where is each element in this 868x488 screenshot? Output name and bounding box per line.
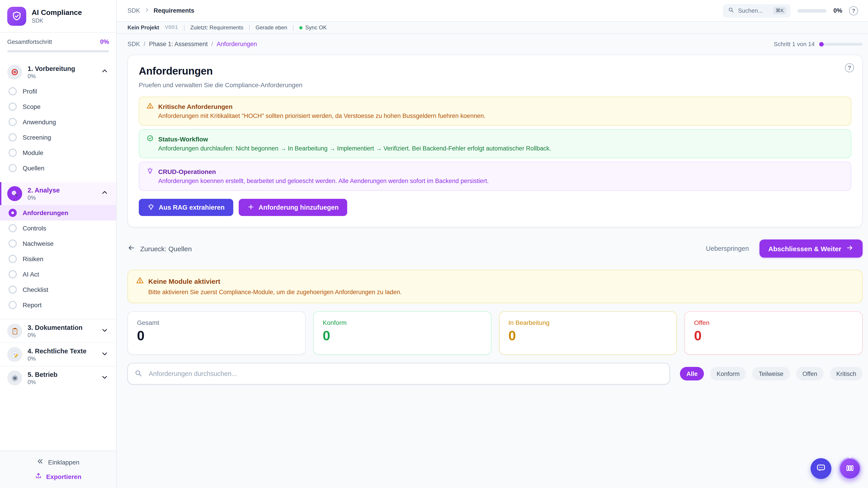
check-circle-icon bbox=[147, 135, 154, 143]
sidebar-section-rechtliche-texte[interactable]: 4. Rechtliche Texte 0% bbox=[0, 343, 116, 366]
card-help-icon[interactable]: ? bbox=[845, 63, 854, 72]
sidebar-item-label: Scope bbox=[23, 103, 40, 110]
chevron-down-icon bbox=[101, 350, 108, 359]
step-circle bbox=[8, 224, 17, 232]
collapse-sidebar-button[interactable]: Einklappen bbox=[37, 458, 80, 466]
stat-card-gesamt: Gesamt 0 bbox=[127, 311, 306, 355]
extract-from-rag-button[interactable]: Aus RAG extrahieren bbox=[139, 199, 233, 216]
shield-check-icon bbox=[7, 7, 26, 26]
sidebar-item-checklist[interactable]: Checklist bbox=[0, 282, 116, 297]
filter-chips: Alle Konform Teilweise Offen Kritisch bbox=[680, 367, 863, 381]
section-label: 5. Betrieb bbox=[28, 371, 96, 378]
stat-label: In Bearbeitung bbox=[508, 319, 668, 326]
status-bar: Kein Projekt V001 Zuletzt: Requirements … bbox=[117, 22, 868, 34]
stat-label: Gesamt bbox=[137, 319, 296, 326]
crumb-root[interactable]: SDK bbox=[127, 41, 140, 47]
step-circle bbox=[8, 103, 17, 111]
filter-chip-kritisch[interactable]: Kritisch bbox=[830, 367, 863, 381]
global-search-input[interactable] bbox=[738, 7, 770, 14]
project-name: Kein Projekt bbox=[127, 24, 159, 31]
filter-chip-alle[interactable]: Alle bbox=[680, 367, 704, 381]
sidebar-item-label: Module bbox=[23, 149, 43, 156]
section-percent: 0% bbox=[28, 73, 96, 79]
top-bar: SDK Requirements ⌘K 0% ? bbox=[117, 0, 868, 22]
sidebar-item-report[interactable]: Report bbox=[0, 297, 116, 313]
skip-button[interactable]: Ueberspringen bbox=[706, 245, 749, 252]
note-body: Anforderungen koennen erstellt, bearbeit… bbox=[158, 177, 844, 184]
breadcrumb-root[interactable]: SDK bbox=[127, 7, 140, 14]
sidebar-section-analyse[interactable]: 2. Analyse 0% bbox=[0, 182, 116, 205]
back-label: Zurueck: Quellen bbox=[140, 245, 192, 252]
note-kritische-anforderungen: Kritische Anforderungen Anforderungen mi… bbox=[139, 97, 851, 126]
step-circle bbox=[8, 164, 17, 172]
sidebar-item-screening[interactable]: Screening bbox=[0, 130, 116, 145]
add-requirement-button[interactable]: Anforderung hinzufuegen bbox=[239, 199, 347, 216]
breadcrumb: SDK Requirements bbox=[127, 7, 194, 14]
columns-icon bbox=[845, 463, 855, 474]
sidebar-item-quellen[interactable]: Quellen bbox=[0, 160, 116, 176]
sync-ok-dot bbox=[300, 26, 303, 29]
help-icon[interactable]: ? bbox=[849, 6, 858, 15]
double-chevron-left-icon bbox=[37, 458, 44, 466]
requirements-search-input[interactable] bbox=[127, 363, 670, 385]
sidebar-section-vorbereitung[interactable]: 1. Vorbereitung 0% bbox=[0, 61, 116, 84]
app-root: AI Compliance SDK Gesamtfortschritt 0% 1… bbox=[0, 0, 868, 488]
filter-chip-teilweise[interactable]: Teilweise bbox=[752, 367, 790, 381]
upload-icon bbox=[35, 472, 42, 481]
breadcrumb-current: Requirements bbox=[154, 7, 194, 14]
sidebar-item-anwendung[interactable]: Anwendung bbox=[0, 114, 116, 130]
app-logo: AI Compliance SDK bbox=[0, 0, 116, 33]
columns-view-button[interactable] bbox=[839, 457, 861, 480]
sidebar-item-risiken[interactable]: Risiken bbox=[0, 251, 116, 267]
step-circle bbox=[8, 149, 17, 157]
crumb-separator: / bbox=[211, 41, 213, 47]
stat-value: 0 bbox=[137, 328, 296, 344]
keyboard-shortcut-badge: ⌘K bbox=[773, 7, 786, 14]
crumb-phase[interactable]: Phase 1: Assessment bbox=[149, 41, 208, 47]
step-circle bbox=[8, 118, 17, 126]
export-button[interactable]: Exportieren bbox=[35, 472, 81, 481]
sidebar-item-module[interactable]: Module bbox=[0, 145, 116, 160]
sidebar-item-scope[interactable]: Scope bbox=[0, 99, 116, 114]
filter-chip-konform[interactable]: Konform bbox=[710, 367, 746, 381]
note-body: Anforderungen mit Kritikalitaet "HOCH" s… bbox=[158, 112, 844, 119]
back-button[interactable]: Zurueck: Quellen bbox=[127, 244, 192, 253]
step-circle bbox=[8, 133, 17, 141]
sidebar-section-dokumentation[interactable]: 3. Dokumentation 0% bbox=[0, 319, 116, 343]
sidebar-item-label: Report bbox=[23, 301, 41, 308]
sidebar-item-controls[interactable]: Controls bbox=[0, 221, 116, 236]
alert-title: Keine Module aktiviert bbox=[148, 277, 220, 285]
sidebar-item-label: Controls bbox=[23, 225, 46, 232]
arrow-right-icon bbox=[846, 244, 854, 253]
sidebar-item-nachweise[interactable]: Nachweise bbox=[0, 236, 116, 251]
sidebar-item-label: Profil bbox=[23, 88, 37, 95]
note-title: CRUD-Operationen bbox=[158, 168, 216, 175]
chevron-right-icon bbox=[144, 7, 150, 14]
sidebar-section-betrieb[interactable]: 5. Betrieb 0% bbox=[0, 366, 116, 390]
sidebar-item-label: Screening bbox=[23, 134, 51, 141]
step-circle bbox=[8, 301, 17, 309]
divider bbox=[184, 25, 184, 31]
filter-chip-offen[interactable]: Offen bbox=[796, 367, 824, 381]
sync-status: Sync OK bbox=[300, 24, 327, 31]
step-circle bbox=[8, 270, 17, 278]
finish-and-next-button[interactable]: Abschliessen & Weiter bbox=[759, 239, 863, 258]
global-search[interactable]: ⌘K bbox=[723, 4, 791, 18]
sidebar-item-profil[interactable]: Profil bbox=[0, 84, 116, 99]
step-progress-bar bbox=[819, 43, 863, 45]
warning-triangle-icon bbox=[136, 276, 144, 286]
requirements-card: ? Anforderungen Pruefen und verwalten Si… bbox=[127, 55, 863, 227]
button-label: Anforderung hinzufuegen bbox=[258, 204, 339, 211]
chat-button[interactable] bbox=[811, 458, 831, 479]
sidebar-item-label: AI Act bbox=[23, 271, 39, 278]
target-icon bbox=[7, 65, 22, 79]
step-circle bbox=[8, 239, 17, 248]
clipboard-icon bbox=[7, 324, 22, 338]
sidebar-item-label: Nachweise bbox=[23, 240, 54, 247]
sidebar-item-label: Risiken bbox=[23, 255, 43, 263]
pencil-icon bbox=[7, 347, 22, 362]
sidebar-item-ai-act[interactable]: AI Act bbox=[0, 267, 116, 282]
stat-card-offen: Offen 0 bbox=[685, 311, 863, 355]
page-subtitle: Pruefen und verwalten Sie die Compliance… bbox=[139, 81, 851, 89]
sidebar-item-anforderungen[interactable]: Anforderungen bbox=[0, 205, 116, 221]
